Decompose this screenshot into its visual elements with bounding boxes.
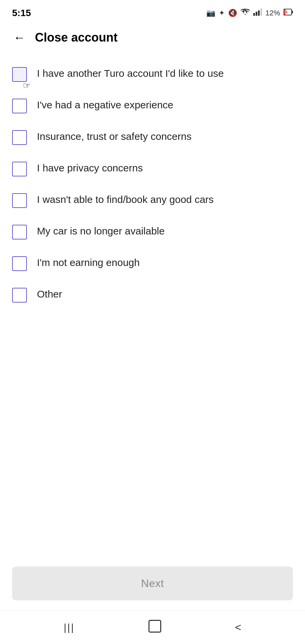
bluetooth-icon: ✦: [219, 9, 225, 17]
mute-icon: 🔇: [228, 9, 237, 17]
next-button[interactable]: Next: [12, 567, 293, 600]
list-item[interactable]: I've had a negative experience: [12, 90, 293, 121]
checkbox-label-1: I have another Turo account I'd like to …: [37, 66, 224, 80]
checkbox-6[interactable]: [12, 225, 27, 239]
checkbox-label-3: Insurance, trust or safety concerns: [37, 129, 191, 144]
svg-rect-1: [256, 12, 257, 16]
recent-apps-button[interactable]: |||: [57, 619, 81, 637]
list-item[interactable]: I have privacy concerns: [12, 153, 293, 184]
list-item[interactable]: ☞I have another Turo account I'd like to…: [12, 58, 293, 90]
back-nav-button[interactable]: <: [228, 618, 248, 637]
svg-rect-2: [258, 10, 260, 16]
checkbox-label-4: I have privacy concerns: [37, 161, 143, 175]
checkbox-label-2: I've had a negative experience: [37, 98, 173, 112]
home-icon: [148, 620, 161, 633]
cursor-icon: ☞: [23, 80, 31, 91]
home-button[interactable]: [142, 616, 168, 638]
recent-apps-icon: |||: [64, 622, 75, 633]
header: ← Close account: [0, 23, 305, 52]
page-title: Close account: [35, 31, 118, 45]
checkbox-3[interactable]: [12, 130, 27, 145]
list-item[interactable]: Other: [12, 279, 293, 311]
svg-rect-6: [292, 11, 293, 13]
wifi-icon: [241, 8, 250, 18]
battery-text: 12%: [265, 9, 280, 17]
list-item[interactable]: I'm not earning enough: [12, 248, 293, 279]
checkbox-label-7: I'm not earning enough: [37, 256, 140, 270]
checkbox-1[interactable]: ☞: [12, 67, 27, 82]
status-bar: 5:15 📷 ✦ 🔇 12%: [0, 0, 305, 23]
list-item[interactable]: I wasn't able to find/book any good cars: [12, 184, 293, 216]
svg-rect-0: [253, 13, 255, 16]
android-nav-bar: ||| <: [0, 610, 305, 644]
checkbox-7[interactable]: [12, 256, 27, 271]
checkbox-2[interactable]: [12, 99, 27, 113]
list-item[interactable]: My car is no longer available: [12, 216, 293, 248]
signal-icon: [253, 8, 262, 18]
status-icons: 📷 ✦ 🔇 12%: [206, 8, 293, 18]
back-button[interactable]: ←: [12, 30, 27, 45]
checkbox-5[interactable]: [12, 193, 27, 208]
svg-rect-3: [260, 8, 262, 16]
checkbox-label-5: I wasn't able to find/book any good cars: [37, 193, 214, 207]
back-nav-icon: <: [235, 621, 241, 633]
list-item[interactable]: Insurance, trust or safety concerns: [12, 121, 293, 153]
bottom-area: Next: [0, 560, 305, 610]
checkbox-label-8: Other: [37, 287, 62, 301]
battery-icon: [284, 8, 293, 18]
camera-icon: 📷: [206, 9, 215, 17]
content-area: ☞I have another Turo account I'd like to…: [0, 52, 305, 560]
svg-rect-5: [284, 9, 286, 15]
back-arrow-icon: ←: [13, 32, 26, 44]
checkbox-8[interactable]: [12, 288, 27, 303]
status-time: 5:15: [12, 8, 31, 18]
checkbox-label-6: My car is no longer available: [37, 224, 165, 238]
checkbox-4[interactable]: [12, 162, 27, 176]
